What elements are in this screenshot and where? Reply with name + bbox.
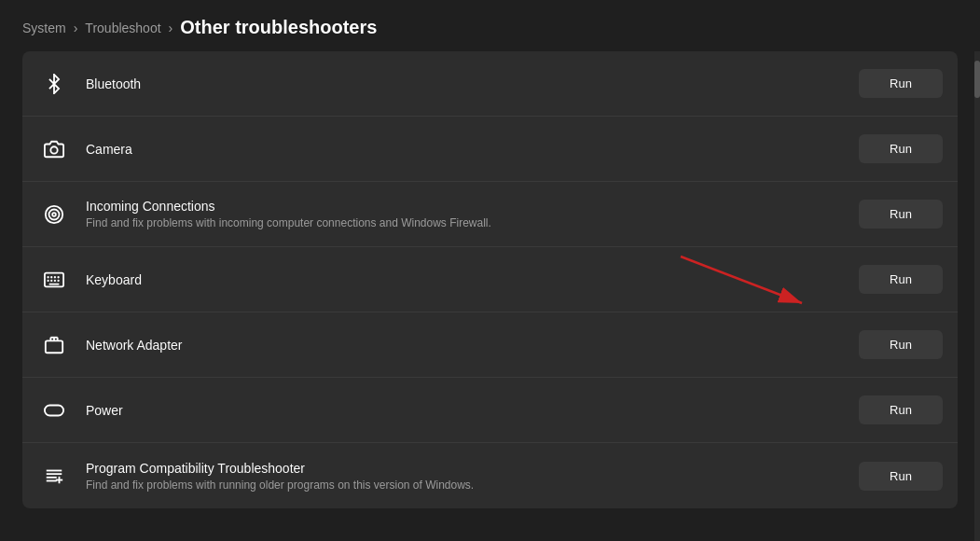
svg-rect-14 [46,340,62,353]
power-icon [37,394,71,427]
item-left: Network Adapter [37,328,183,362]
svg-point-2 [49,209,60,219]
item-text: Camera [86,142,132,157]
page-title: Other troubleshooters [180,17,377,38]
list-item: Incoming Connections Find and fix proble… [22,182,958,247]
keyboard-icon [37,263,71,297]
item-text: Power [86,403,123,418]
item-subtitle: Find and fix problems with running older… [86,479,474,492]
item-text: Program Compatibility Troubleshooter Fin… [86,461,474,492]
list-item: Bluetooth Run [22,51,958,117]
breadcrumb-system[interactable]: System [22,21,66,35]
list-item: Keyboard Run [22,247,958,312]
run-button[interactable]: Run [859,330,943,359]
item-title: Keyboard [86,272,142,287]
breadcrumb-troubleshoot[interactable]: Troubleshoot [85,21,160,35]
scrollbar-track[interactable] [974,51,980,541]
item-title: Program Compatibility Troubleshooter [86,461,474,476]
svg-point-0 [50,146,57,153]
item-left: Incoming Connections Find and fix proble… [37,198,491,231]
run-button[interactable]: Run [859,462,943,491]
breadcrumb-sep-2: › [169,21,173,35]
camera-icon [37,132,71,166]
item-title: Power [86,403,123,418]
item-left: Bluetooth [37,67,141,101]
list-item: Program Compatibility Troubleshooter Fin… [22,443,958,508]
network-adapter-icon [37,328,71,362]
run-button[interactable]: Run [859,265,943,294]
troubleshooter-list: Bluetooth Run [22,51,958,508]
run-button[interactable]: Run [859,200,943,229]
item-text: Bluetooth [86,76,141,91]
item-title: Camera [86,142,132,157]
item-text: Keyboard [86,272,142,287]
item-title: Network Adapter [86,338,183,353]
troubleshooter-list-container[interactable]: Bluetooth Run [0,51,980,508]
breadcrumb-sep-1: › [74,21,78,35]
svg-rect-19 [45,405,63,415]
item-title: Incoming Connections [86,199,491,214]
incoming-connections-icon [37,198,71,231]
run-button[interactable]: Run [859,69,943,98]
bluetooth-icon [37,67,71,101]
item-left: Keyboard [37,263,142,297]
run-button[interactable]: Run [859,134,943,163]
list-item: Network Adapter Run [22,312,958,378]
run-button[interactable]: Run [859,395,943,424]
item-subtitle: Find and fix problems with incoming comp… [86,216,491,229]
list-item: Camera Run [22,117,958,182]
item-text: Network Adapter [86,338,183,353]
item-text: Incoming Connections Find and fix proble… [86,199,491,229]
item-left: Power [37,394,123,427]
page: System › Troubleshoot › Other troublesho… [0,0,980,541]
scrollbar-thumb[interactable] [974,61,980,98]
item-title: Bluetooth [86,76,141,91]
program-compatibility-icon [37,459,71,492]
item-left: Camera [37,132,132,166]
svg-point-3 [52,213,56,216]
list-item: Power Run [22,378,958,443]
item-left: Program Compatibility Troubleshooter Fin… [37,459,474,492]
breadcrumb: System › Troubleshoot › Other troublesho… [0,0,980,51]
